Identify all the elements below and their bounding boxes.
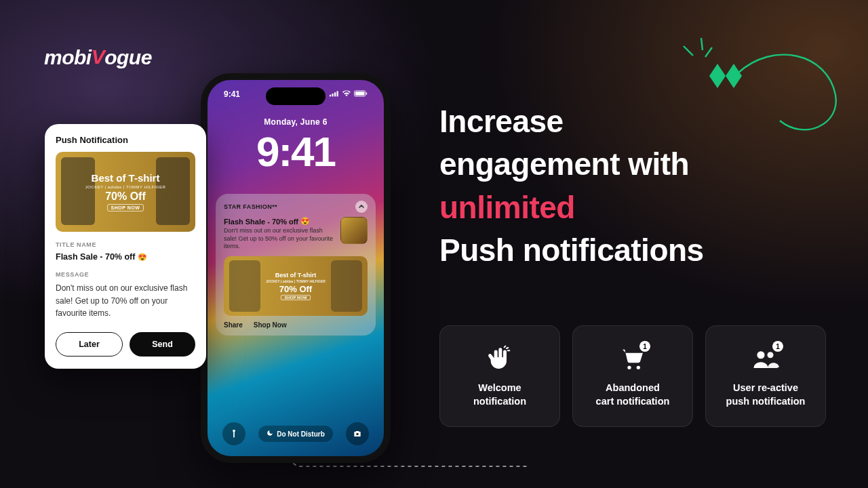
svg-line-0: [684, 46, 693, 56]
notif-banner-title: Best of T-shirt: [275, 272, 317, 279]
card-header: Push Notification: [56, 135, 195, 145]
message-field-label: MESSAGE: [56, 271, 195, 278]
push-config-card: Push Notification Best of T-shirt JOCKEY…: [45, 124, 206, 369]
feature-row: Welcomenotification 1 Abandonedcart noti…: [439, 325, 826, 427]
logo-post: ogue: [104, 46, 152, 68]
notif-body: Don't miss out on our exclusive flash sa…: [224, 227, 335, 251]
feature-welcome[interactable]: Welcomenotification: [439, 325, 560, 427]
status-time: 9:41: [224, 89, 240, 99]
card-banner-title: Best of T-shirt: [92, 172, 160, 184]
svg-point-15: [356, 433, 359, 436]
feature-reactive[interactable]: 1 User re-activepush notification: [705, 325, 826, 427]
send-button[interactable]: Send: [130, 332, 195, 357]
card-banner-cta: SHOP NOW: [107, 204, 144, 211]
later-button[interactable]: Later: [56, 332, 123, 357]
users-badge: 1: [772, 341, 783, 352]
svg-rect-14: [366, 92, 367, 95]
svg-rect-13: [355, 92, 365, 95]
card-banner-off: 70% Off: [105, 190, 146, 203]
svg-rect-9: [332, 94, 334, 96]
svg-line-2: [705, 47, 712, 57]
signal-icon: [330, 89, 339, 99]
users-icon: 1: [751, 344, 781, 373]
headline-l1: Increase: [439, 104, 564, 139]
notif-title: Flash Shale - 70% off😍: [224, 217, 335, 226]
phone-mock: 9:41 Monday, June 6 9:41 STAR FASHION**: [201, 73, 391, 463]
wave-hand-icon: [485, 344, 515, 373]
chevron-up-icon[interactable]: [355, 201, 368, 213]
svg-point-5: [757, 352, 764, 359]
battery-icon: [354, 89, 368, 99]
headline-l3: Push notifications: [439, 232, 704, 268]
notif-banner: Best of T-shirt JOCKEY | adidas | TOMMY …: [224, 256, 368, 316]
message-field-value[interactable]: Don't miss out on our exclusive flash sa…: [56, 282, 195, 320]
notif-banner-brands: JOCKEY | adidas | TOMMY HILFIGER: [266, 279, 326, 283]
brand-logo: mobiVogue: [44, 46, 152, 69]
headline: Increase engagement with unlimited Push …: [439, 100, 833, 272]
logo-v: V: [92, 45, 105, 68]
lockscreen-notification[interactable]: STAR FASHION** Flash Shale - 70% off😍 Do…: [216, 194, 376, 336]
svg-point-6: [767, 352, 773, 359]
logo-pre: mobi: [44, 46, 92, 68]
feature-cart-label: Abandonedcart notification: [596, 382, 670, 408]
svg-rect-11: [337, 92, 338, 97]
flashlight-icon[interactable]: [222, 422, 245, 445]
notif-action-share[interactable]: Share: [224, 321, 243, 329]
dnd-pill[interactable]: Do Not Disturb: [258, 426, 333, 442]
svg-point-4: [637, 366, 640, 369]
cart-badge: 1: [639, 341, 650, 352]
moon-icon: [267, 430, 273, 438]
lock-date: Monday, June 6: [208, 117, 384, 127]
title-field-value[interactable]: Flash Sale - 70% off😍: [56, 252, 195, 262]
notif-banner-cta: SHOP NOW: [281, 295, 310, 300]
feature-abandoned-cart[interactable]: 1 Abandonedcart notification: [572, 325, 693, 427]
headline-l2: engagement with: [439, 146, 689, 182]
feature-reactive-label: User re-activepush notification: [726, 382, 806, 408]
card-banner-brands: JOCKEY | adidas | TOMMY HILFIGER: [85, 185, 166, 189]
feature-welcome-label: Welcomenotification: [473, 382, 526, 408]
notif-action-shop[interactable]: Shop Now: [254, 321, 287, 329]
cart-icon: 1: [618, 344, 648, 373]
notif-app-name: STAR FASHION**: [224, 203, 277, 210]
card-banner: Best of T-shirt JOCKEY | adidas | TOMMY …: [56, 152, 195, 232]
title-field-label: TITLE NAME: [56, 241, 195, 248]
notif-thumbnail: [340, 217, 368, 244]
svg-point-3: [627, 366, 631, 369]
notif-banner-off: 70% Off: [279, 284, 312, 294]
status-bar: 9:41: [208, 89, 384, 99]
dnd-label: Do Not Disturb: [277, 430, 325, 438]
svg-rect-8: [330, 95, 331, 97]
lock-time: 9:41: [208, 127, 384, 176]
camera-icon[interactable]: [346, 422, 369, 445]
headline-accent: unlimited: [439, 190, 575, 225]
svg-line-1: [701, 38, 703, 50]
svg-rect-10: [334, 92, 336, 96]
wifi-icon: [342, 89, 351, 99]
